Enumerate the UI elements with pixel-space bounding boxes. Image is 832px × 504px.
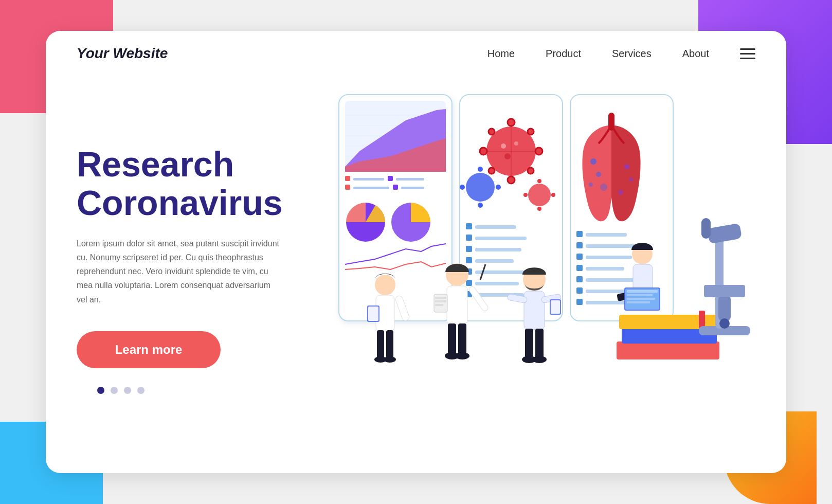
svg-point-62 [589, 183, 593, 187]
svg-point-81 [375, 275, 395, 295]
nav-link-home[interactable]: Home [487, 48, 515, 59]
svg-rect-92 [448, 323, 456, 354]
nav-link-product[interactable]: Product [546, 48, 581, 59]
svg-rect-122 [617, 341, 719, 359]
svg-point-32 [514, 141, 518, 146]
svg-rect-75 [576, 276, 583, 282]
nav-item-product[interactable]: Product [546, 48, 581, 60]
svg-point-21 [508, 119, 515, 126]
svg-rect-12 [396, 178, 424, 181]
dot-3[interactable] [124, 387, 131, 394]
svg-rect-105 [535, 329, 544, 358]
svg-rect-77 [576, 287, 583, 294]
panel-3 [570, 95, 673, 321]
learn-more-button[interactable]: Learn more [77, 331, 221, 368]
svg-rect-103 [524, 291, 545, 330]
svg-rect-128 [707, 223, 742, 244]
svg-point-27 [489, 168, 495, 174]
svg-rect-48 [466, 246, 472, 252]
svg-point-64 [629, 177, 633, 182]
navbar: Your Website Home Product Services About [46, 31, 786, 76]
svg-point-36 [478, 203, 483, 208]
svg-rect-69 [576, 242, 583, 248]
svg-point-24 [535, 148, 542, 155]
svg-rect-93 [458, 323, 466, 354]
svg-rect-68 [586, 233, 627, 237]
svg-point-40 [537, 179, 541, 183]
svg-rect-101 [435, 304, 443, 306]
svg-rect-120 [627, 298, 655, 300]
svg-rect-70 [586, 244, 637, 248]
svg-rect-129 [701, 218, 711, 239]
svg-rect-83 [377, 330, 384, 358]
nav-link-services[interactable]: Services [612, 48, 652, 59]
svg-rect-10 [353, 178, 384, 181]
hamburger-line-3 [740, 58, 755, 59]
nav-item-about[interactable]: About [682, 48, 709, 60]
svg-rect-100 [435, 300, 446, 302]
svg-point-131 [719, 318, 730, 329]
svg-rect-45 [475, 225, 516, 229]
main-illustration [323, 84, 766, 444]
dot-1[interactable] [97, 387, 104, 394]
hero-description: Lorem ipsum dolor sit amet, sea putant s… [77, 237, 282, 307]
panel-2 [460, 95, 563, 321]
svg-rect-13 [345, 185, 350, 190]
svg-rect-44 [466, 223, 472, 229]
svg-rect-79 [576, 299, 583, 305]
svg-point-66 [618, 190, 623, 195]
svg-rect-74 [586, 267, 624, 271]
hamburger-line-1 [740, 48, 755, 50]
svg-point-26 [528, 129, 534, 135]
svg-rect-72 [586, 256, 632, 259]
hero-title-line1: Research [77, 145, 234, 184]
svg-rect-71 [576, 254, 583, 260]
carousel-dots [97, 387, 323, 394]
left-content: Research Coronavirus Lorem ipsum dolor s… [77, 76, 323, 453]
svg-rect-73 [576, 265, 583, 271]
svg-point-60 [590, 158, 596, 165]
svg-rect-121 [627, 301, 650, 303]
svg-point-42 [523, 193, 528, 197]
svg-point-41 [537, 207, 541, 211]
svg-point-25 [489, 129, 495, 135]
nav-link-about[interactable]: About [682, 48, 709, 59]
svg-rect-111 [551, 300, 560, 314]
svg-point-63 [624, 164, 629, 169]
svg-rect-47 [475, 237, 527, 240]
svg-rect-67 [576, 231, 583, 237]
svg-rect-50 [466, 257, 472, 263]
svg-point-95 [455, 352, 469, 359]
dot-2[interactable] [111, 387, 118, 394]
right-illustration [323, 76, 766, 453]
svg-point-43 [551, 193, 555, 197]
svg-point-86 [384, 356, 396, 363]
svg-rect-104 [525, 329, 533, 358]
svg-rect-78 [586, 290, 629, 293]
svg-rect-91 [447, 286, 467, 325]
svg-rect-46 [466, 235, 472, 241]
hero-title: Research Coronavirus [77, 145, 323, 222]
main-card: Your Website Home Product Services About [46, 31, 786, 473]
panel-1 [339, 95, 452, 321]
svg-point-28 [528, 168, 534, 174]
svg-point-107 [532, 356, 547, 363]
hamburger-icon[interactable] [740, 48, 755, 59]
svg-point-61 [596, 172, 601, 177]
svg-rect-16 [401, 187, 424, 189]
nav-item-home[interactable]: Home [487, 48, 515, 60]
svg-rect-11 [388, 176, 393, 181]
svg-rect-99 [435, 297, 446, 299]
svg-point-33 [504, 153, 511, 159]
svg-point-22 [508, 176, 515, 184]
svg-point-23 [480, 148, 487, 155]
svg-rect-132 [704, 285, 745, 297]
nav-item-services[interactable]: Services [612, 48, 652, 60]
svg-rect-55 [475, 282, 519, 285]
svg-rect-88 [368, 307, 378, 321]
svg-rect-84 [386, 330, 393, 358]
site-logo: Your Website [77, 45, 168, 62]
main-content: Research Coronavirus Lorem ipsum dolor s… [46, 76, 786, 473]
dot-4[interactable] [137, 387, 144, 394]
hero-title-line2: Coronavirus [77, 183, 283, 222]
